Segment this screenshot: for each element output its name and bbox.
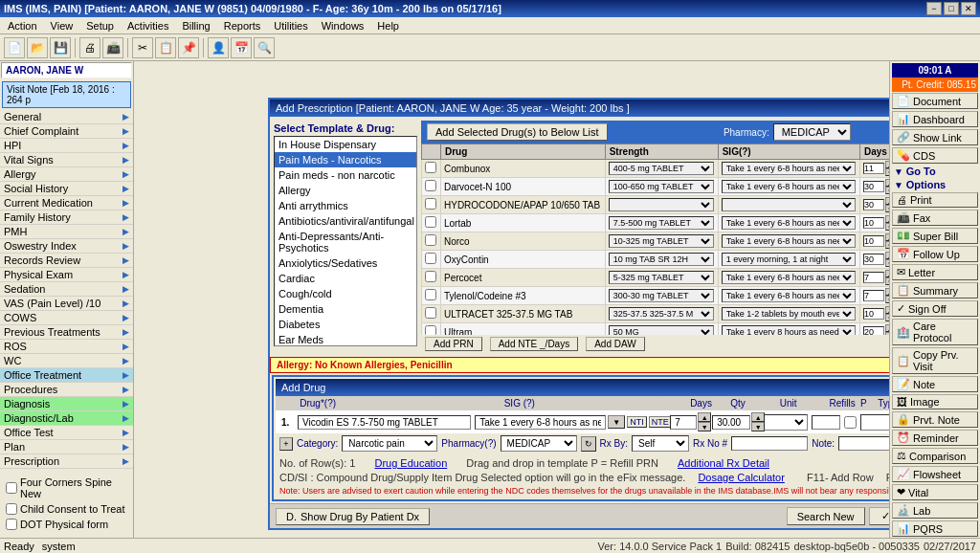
- strength-select-8[interactable]: 325-37.5 325-37.5 M: [609, 307, 714, 321]
- four-corners-check[interactable]: [6, 482, 17, 494]
- sidebar-item-sedation[interactable]: Sedation ▶: [0, 282, 133, 297]
- patient-name[interactable]: AARON, JANE W: [1, 62, 132, 78]
- menu-billing[interactable]: Billing: [176, 19, 215, 33]
- template-list[interactable]: In House Dispensary Pain Meds - Narcotic…: [274, 136, 417, 346]
- add-nte-button[interactable]: Add NTE _/Days: [490, 337, 578, 351]
- sidebar-item-current-medication[interactable]: Current Medication ▶: [0, 196, 133, 210]
- copy-prv-visit-button[interactable]: 📋 Copy Prv. Visit: [892, 347, 978, 374]
- drug-education-link[interactable]: Drug Education: [374, 457, 447, 469]
- sidebar-item-office-test[interactable]: Office Test ▶: [0, 426, 133, 440]
- letter-button[interactable]: ✉ Letter: [892, 264, 978, 280]
- sidebar-item-vas[interactable]: VAS (Pain Level) /10 ▶: [0, 297, 133, 311]
- days-down-1[interactable]: ▼: [885, 187, 889, 194]
- days-up-5[interactable]: ▲: [885, 252, 889, 259]
- days-down-3[interactable]: ▼: [885, 223, 889, 231]
- note-button[interactable]: 📝 Note: [892, 376, 978, 392]
- days-up-9[interactable]: ▲: [885, 324, 889, 332]
- toolbar-new[interactable]: 📄: [4, 37, 25, 58]
- pharmacy-select[interactable]: MEDICAP: [773, 123, 851, 141]
- template-dementia[interactable]: Dementia: [275, 301, 416, 317]
- category-select[interactable]: Narcotic pain: [342, 435, 437, 452]
- days-down-5[interactable]: ▼: [885, 259, 889, 267]
- care-protocol-button[interactable]: 🏥 Care Protocol: [892, 319, 978, 345]
- checkbox-dot-physical[interactable]: DOT Physical form: [2, 517, 131, 532]
- days-up-1[interactable]: ▲: [885, 179, 889, 187]
- days-input-2[interactable]: [863, 199, 884, 210]
- menu-setup[interactable]: Setup: [80, 19, 120, 33]
- checkbox-child-consent[interactable]: Child Consent to Treat: [2, 501, 131, 517]
- sign-off-button[interactable]: ✓ Sign Off: [892, 300, 978, 317]
- unit-select[interactable]: [764, 414, 808, 431]
- template-in-house[interactable]: In House Dispensary: [275, 137, 416, 152]
- add-prn-button[interactable]: Add PRN: [425, 337, 482, 351]
- sidebar-item-cows[interactable]: COWS ▶: [0, 311, 133, 325]
- image-button[interactable]: 🖼 Image: [892, 394, 978, 409]
- sig-select-5[interactable]: 1 every morning, 1 at night: [722, 253, 856, 266]
- table-row[interactable]: HYDROCODONE/APAP 10/650 TAB ▲ ▼: [422, 196, 890, 214]
- follow-up-button[interactable]: 📅 Follow Up: [892, 246, 978, 262]
- menu-activities[interactable]: Activities: [122, 19, 174, 33]
- sig-select-6[interactable]: Take 1 every 6-8 hours as needed: [722, 271, 856, 284]
- days-down-2[interactable]: ▼: [885, 205, 889, 212]
- pqrs-button[interactable]: 📊 PQRS: [892, 520, 978, 537]
- reminder-button[interactable]: ⏰ Reminder: [892, 430, 978, 446]
- additional-rx-link[interactable]: Additional Rx Detail: [678, 457, 769, 469]
- drug-checkbox-2[interactable]: [425, 198, 436, 210]
- sig-select-4[interactable]: Take 1 every 6-8 hours as needed: [722, 234, 856, 248]
- sig-select-8[interactable]: Take 1-2 tablets by mouth every 4: [722, 307, 856, 321]
- fax-button[interactable]: 📠 Fax: [892, 210, 978, 226]
- drug-checkbox-4[interactable]: [425, 234, 436, 246]
- template-allergy[interactable]: Allergy: [275, 183, 416, 198]
- menu-reports[interactable]: Reports: [218, 19, 267, 33]
- days-up-btn[interactable]: ▲: [698, 412, 711, 422]
- days-down-6[interactable]: ▼: [885, 277, 889, 285]
- table-row[interactable]: ULTRACET 325-37.5 MG TAB 325-37.5 325-37…: [422, 305, 890, 323]
- pharmacy-select2[interactable]: MEDICAP: [501, 435, 577, 452]
- drug-checkbox-7[interactable]: [425, 289, 436, 300]
- p-checkbox[interactable]: [844, 416, 857, 429]
- sidebar-item-physical-exam[interactable]: Physical Exam ▶: [0, 268, 133, 282]
- days-up-7[interactable]: ▲: [885, 288, 889, 296]
- toolbar-open[interactable]: 📂: [27, 37, 48, 58]
- type-select[interactable]: [860, 414, 889, 431]
- template-pain-narcotics[interactable]: Pain Meds - Narcotics: [275, 152, 416, 167]
- super-bill-button[interactable]: 💵 Super Bill: [892, 228, 978, 244]
- sidebar-item-records-review[interactable]: Records Review ▶: [0, 254, 133, 268]
- sidebar-item-ros[interactable]: ROS ▶: [0, 340, 133, 354]
- days-input-5[interactable]: [863, 254, 884, 265]
- days-up-4[interactable]: ▲: [885, 233, 889, 241]
- sidebar-item-wc[interactable]: WC ▶: [0, 354, 133, 368]
- days-down-0[interactable]: ▼: [885, 168, 889, 176]
- visit-note[interactable]: Visit Note [Feb 18, 2016 : 264 p: [2, 81, 131, 108]
- nte-button[interactable]: NTE: [649, 416, 672, 428]
- days-up-3[interactable]: ▲: [885, 215, 889, 223]
- drug-checkbox-0[interactable]: [425, 162, 436, 173]
- toolbar-save[interactable]: 💾: [50, 37, 71, 58]
- days-input-9[interactable]: [863, 326, 884, 335]
- child-consent-check[interactable]: [6, 503, 17, 515]
- days-input-1[interactable]: [863, 181, 884, 192]
- template-anti-arrythmics[interactable]: Anti arrythmics: [275, 198, 416, 213]
- strength-select-9[interactable]: 50 MG: [609, 325, 714, 335]
- sidebar-item-general[interactable]: General ▶: [0, 110, 133, 124]
- toolbar-patient[interactable]: 👤: [208, 37, 229, 58]
- drug-checkbox-8[interactable]: [425, 307, 436, 319]
- sidebar-item-diagnosis[interactable]: Diagnosis ▶: [0, 397, 133, 411]
- summary-button[interactable]: 📋 Summary: [892, 282, 978, 299]
- sidebar-item-family-history[interactable]: Family History ▶: [0, 210, 133, 225]
- sidebar-item-vital-signs[interactable]: Vital Signs ▶: [0, 153, 133, 167]
- strength-select-3[interactable]: 7.5-500 mg TABLET: [609, 216, 714, 230]
- table-row[interactable]: Norco 10-325 mg TABLET Take 1 every 6-8 …: [422, 232, 890, 251]
- strength-select-4[interactable]: 10-325 mg TABLET: [609, 234, 714, 248]
- minimize-btn[interactable]: −: [926, 2, 942, 15]
- comparison-button[interactable]: ⚖ Comparison: [892, 448, 978, 464]
- drug-checkbox-5[interactable]: [425, 253, 436, 264]
- sidebar-item-allergy[interactable]: Allergy ▶: [0, 167, 133, 182]
- table-row[interactable]: Lortab 7.5-500 mg TABLET Take 1 every 6-…: [422, 214, 890, 232]
- days-input-4[interactable]: [863, 235, 884, 247]
- prvt-note-button[interactable]: 🔒 Prvt. Note: [892, 411, 978, 428]
- toolbar-paste[interactable]: 📌: [178, 37, 199, 58]
- drug-checkbox-9[interactable]: [425, 325, 436, 335]
- close-btn[interactable]: ✕: [961, 2, 976, 15]
- menu-windows[interactable]: Windows: [316, 19, 370, 33]
